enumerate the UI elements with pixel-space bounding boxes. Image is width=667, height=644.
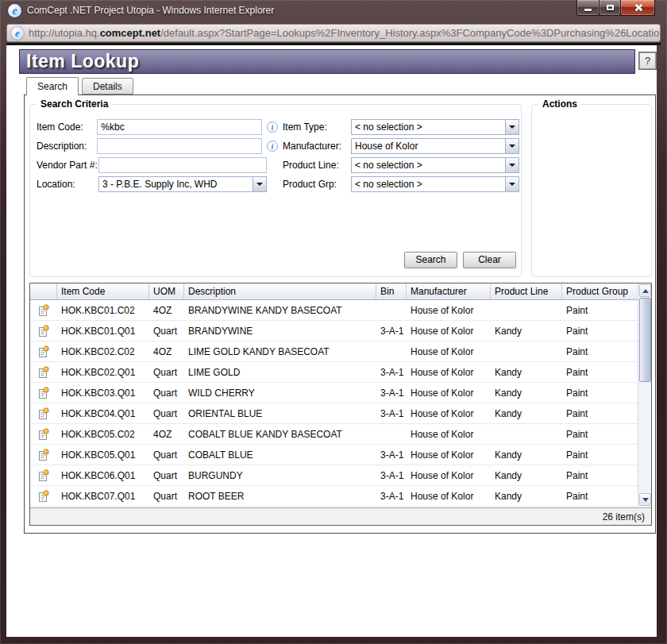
table-row[interactable]: HOK.KBC04.Q01 Quart ORIENTAL BLUE 3-A-1 …: [30, 403, 638, 424]
document-with-dot-icon: [37, 325, 50, 337]
close-button[interactable]: [620, 0, 655, 16]
cell-uom: Quart: [149, 491, 184, 502]
cell-product-group: Paint: [562, 408, 638, 419]
url-text: http://utopia.hq.comcept.net/default.asp…: [29, 27, 661, 39]
cell-description: ROOT BEER: [184, 491, 376, 502]
item-type-dropdown-button[interactable]: [505, 120, 519, 134]
item-detail-icon[interactable]: [30, 387, 57, 399]
item-detail-icon[interactable]: [30, 407, 57, 420]
minimize-button[interactable]: [576, 0, 600, 16]
product-grp-label: Product Grp:: [283, 179, 351, 190]
cell-item-code: HOK.KBC05.Q01: [57, 449, 149, 461]
scroll-up-button[interactable]: [639, 284, 651, 297]
manufacturer-dropdown-button[interactable]: [505, 139, 519, 153]
page-favicon-ie-icon: e: [11, 27, 24, 40]
table-row[interactable]: HOK.KBC05.Q01 Quart COBALT BLUE 3-A-1 Ho…: [30, 445, 638, 465]
location-dropdown-button[interactable]: [253, 177, 266, 191]
table-row[interactable]: HOK.KBC01.C02 4OZ BRANDYWINE KANDY BASEC…: [30, 300, 638, 321]
cell-manufacturer: House of Kolor: [407, 388, 491, 399]
cell-product-line: Kandy: [491, 470, 562, 481]
help-button[interactable]: ?: [639, 52, 656, 69]
product-line-label: Product Line:: [283, 160, 351, 171]
header-product-group[interactable]: Product Group: [562, 283, 638, 299]
table-row[interactable]: HOK.KBC02.C02 4OZ LIME GOLD KANDY BASECO…: [30, 341, 638, 362]
item-type-select[interactable]: < no selection >: [351, 119, 519, 135]
results-grid: Item Code UOM Description Bin Manufactur…: [29, 283, 652, 526]
tab-search[interactable]: Search: [26, 77, 79, 95]
location-select[interactable]: 3 - P.B.E. Supply Inc, WHD: [98, 176, 267, 192]
scrollbar-thumb[interactable]: [639, 298, 651, 382]
chevron-down-icon: [509, 145, 515, 148]
item-detail-icon[interactable]: [30, 325, 57, 337]
search-criteria-group: Search Criteria Item Code: i Description…: [29, 104, 522, 277]
scroll-down-button[interactable]: [639, 493, 651, 506]
browser-window: e ComCept .NET Project Utopia - Windows …: [0, 0, 667, 644]
cell-product-group: Paint: [562, 429, 638, 440]
document-with-dot-icon: [37, 407, 50, 420]
search-buttons-row: Search Clear: [404, 252, 516, 268]
header-uom[interactable]: UOM: [149, 283, 184, 299]
item-detail-icon[interactable]: [30, 345, 57, 358]
manufacturer-select[interactable]: House of Kolor: [351, 138, 519, 154]
item-code-input[interactable]: [97, 119, 262, 135]
vendor-part-input[interactable]: [98, 157, 267, 173]
header-item-code[interactable]: Item Code: [57, 283, 149, 299]
document-with-dot-icon: [37, 428, 50, 441]
document-with-dot-icon: [37, 387, 50, 399]
table-row[interactable]: HOK.KBC05.C02 4OZ COBALT BLUE KANDY BASE…: [30, 424, 638, 445]
page-banner: Item Lookup: [19, 49, 635, 74]
manufacturer-label: Manufacturer:: [283, 141, 351, 152]
item-detail-icon[interactable]: [30, 449, 57, 461]
description-input[interactable]: [97, 138, 262, 154]
product-line-select[interactable]: < no selection >: [351, 157, 519, 173]
cell-product-group: Paint: [562, 346, 638, 357]
cell-item-code: HOK.KBC03.Q01: [57, 388, 149, 399]
actions-legend: Actions: [538, 98, 581, 110]
product-grp-dropdown-button[interactable]: [505, 177, 519, 191]
search-criteria-legend: Search Criteria: [37, 98, 112, 110]
item-detail-icon[interactable]: [30, 366, 57, 379]
cell-manufacturer: House of Kolor: [407, 346, 491, 357]
maximize-button[interactable]: [599, 0, 621, 16]
header-manufacturer[interactable]: Manufacturer: [407, 283, 491, 299]
table-row[interactable]: HOK.KBC02.Q01 Quart LIME GOLD 3-A-1 Hous…: [30, 362, 638, 383]
info-icon[interactable]: i: [267, 141, 278, 152]
table-row[interactable]: HOK.KBC03.Q01 Quart WILD CHERRY 3-A-1 Ho…: [30, 383, 638, 403]
cell-product-line: Kandy: [491, 491, 562, 502]
actions-group: Actions: [531, 104, 652, 277]
tab-details[interactable]: Details: [82, 78, 133, 94]
header-product-line[interactable]: Product Line: [491, 283, 562, 299]
cell-item-code: HOK.KBC06.Q01: [57, 470, 149, 481]
search-button[interactable]: Search: [404, 252, 457, 268]
cell-uom: Quart: [149, 326, 184, 337]
cell-manufacturer: House of Kolor: [407, 326, 491, 337]
product-line-dropdown-button[interactable]: [505, 158, 519, 172]
location-value: 3 - P.B.E. Supply Inc, WHD: [99, 177, 253, 191]
url-input[interactable]: e http://utopia.hq.comcept.net/default.a…: [6, 24, 661, 42]
table-row[interactable]: HOK.KBC01.Q01 Quart BRANDYWINE 3-A-1 Hou…: [30, 321, 638, 341]
page-title: Item Lookup: [20, 51, 139, 72]
address-bar: e http://utopia.hq.comcept.net/default.a…: [6, 24, 661, 42]
header-bin[interactable]: Bin: [376, 283, 407, 299]
cell-bin: 3-A-1: [376, 326, 407, 337]
cell-product-group: Paint: [562, 491, 638, 502]
item-detail-icon[interactable]: [30, 490, 57, 503]
item-detail-icon[interactable]: [30, 304, 57, 317]
clear-button[interactable]: Clear: [463, 252, 516, 268]
product-grp-select[interactable]: < no selection >: [351, 176, 519, 192]
cell-product-group: Paint: [562, 388, 638, 399]
table-row[interactable]: HOK.KBC07.Q01 Quart ROOT BEER 3-A-1 Hous…: [30, 486, 638, 507]
table-row[interactable]: HOK.KBC06.Q01 Quart BURGUNDY 3-A-1 House…: [30, 465, 638, 486]
cell-description: BRANDYWINE KANDY BASECOAT: [184, 305, 376, 316]
header-description[interactable]: Description: [184, 283, 376, 299]
info-icon[interactable]: i: [267, 121, 278, 133]
item-detail-icon[interactable]: [30, 469, 57, 482]
vertical-scrollbar[interactable]: [638, 283, 651, 507]
ie-logo-icon: e: [8, 4, 21, 17]
cell-manufacturer: House of Kolor: [407, 367, 491, 378]
criteria-right-column: Item Type: < no selection > Manufacturer…: [283, 118, 519, 194]
cell-item-code: HOK.KBC05.C02: [57, 429, 149, 440]
item-detail-icon[interactable]: [30, 428, 57, 441]
results-header-row: Item Code UOM Description Bin Manufactur…: [30, 283, 638, 300]
cell-product-group: Paint: [562, 367, 638, 378]
